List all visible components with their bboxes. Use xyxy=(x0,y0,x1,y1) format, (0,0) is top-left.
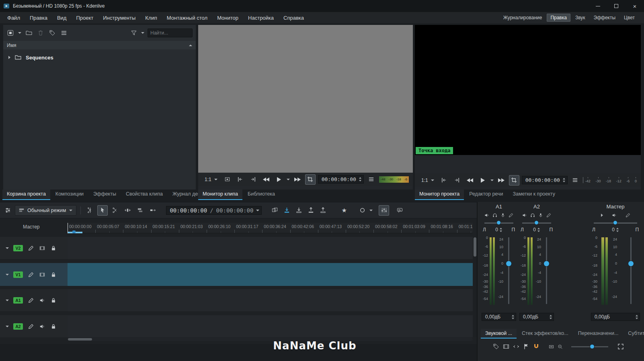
edit-pencil-icon[interactable] xyxy=(27,271,34,278)
rewind-button[interactable] xyxy=(261,174,271,185)
lift-zone-icon[interactable] xyxy=(318,205,328,216)
spacer-tool-button[interactable] xyxy=(122,205,133,216)
tab[interactable]: Субтитры xyxy=(623,329,644,339)
bin-column-header[interactable]: Имя xyxy=(3,41,196,49)
record-mic-icon[interactable] xyxy=(500,213,505,218)
menu-item[interactable]: Монтажный стол xyxy=(162,13,212,22)
minimize-button[interactable] xyxy=(589,0,607,12)
fast-forward-button[interactable] xyxy=(496,175,507,186)
monitor-menu-icon[interactable] xyxy=(570,175,580,186)
menu-item[interactable]: Проект xyxy=(71,13,98,22)
project-monitor-display[interactable]: Точка входа xyxy=(415,25,641,155)
selection-tool-button[interactable] xyxy=(97,205,108,216)
add-clip-chevron-icon[interactable] xyxy=(18,32,21,34)
create-folder-icon[interactable] xyxy=(25,29,33,37)
menu-item[interactable]: Правка xyxy=(25,13,52,22)
timeline-vertical-scrollbar[interactable] xyxy=(473,237,477,337)
layout-button[interactable]: Эффекты xyxy=(590,14,619,22)
play-button[interactable] xyxy=(274,174,284,185)
monitor-zoom-select[interactable]: 1:1 xyxy=(202,176,220,183)
set-out-point-icon[interactable] xyxy=(452,175,462,186)
menu-item[interactable]: Клип xyxy=(140,13,162,22)
audio-track-icon[interactable] xyxy=(39,323,45,330)
track-tag[interactable]: A2 xyxy=(13,323,23,330)
bin-search-input[interactable] xyxy=(148,29,193,37)
collapse-track-icon[interactable] xyxy=(6,326,9,327)
tab[interactable]: Звуковой ... xyxy=(481,329,517,339)
overwrite-zone-icon[interactable] xyxy=(293,205,304,216)
list-item[interactable]: Sequences xyxy=(3,53,196,62)
add-clip-icon[interactable] xyxy=(6,29,14,37)
tab[interactable]: Композиции xyxy=(51,190,88,200)
track-lane-a1[interactable] xyxy=(68,289,473,311)
play-options-chevron-icon[interactable] xyxy=(287,179,290,180)
tag-icon[interactable] xyxy=(48,29,56,37)
razor-tool-button[interactable] xyxy=(110,205,120,216)
balance-spinbox[interactable]: 0 xyxy=(533,227,540,233)
fast-forward-button[interactable] xyxy=(292,174,303,185)
balance-spinbox[interactable]: 0 xyxy=(495,227,502,233)
favorite-effects-star-icon[interactable]: ★ xyxy=(339,205,349,216)
track-header-a1[interactable]: A1 xyxy=(0,289,68,311)
cut-all-tracks-icon[interactable] xyxy=(85,205,95,216)
zone-display-icon[interactable] xyxy=(222,174,233,185)
track-tag[interactable]: A1 xyxy=(13,297,23,304)
extract-zone-icon[interactable] xyxy=(306,205,316,216)
tab[interactable]: Эффекты xyxy=(89,190,121,200)
layout-button[interactable]: Правка xyxy=(547,14,570,22)
menu-item[interactable]: Вид xyxy=(52,13,72,22)
clip-monitor-timecode[interactable]: 00:00:00:00 xyxy=(318,175,364,184)
insert-zone-icon[interactable] xyxy=(281,205,292,216)
playhead[interactable] xyxy=(68,223,68,233)
pan-slider[interactable] xyxy=(594,220,637,226)
track-header-v2[interactable]: V2 xyxy=(0,237,68,259)
record-mic-icon[interactable] xyxy=(538,213,543,218)
edit-mode-select[interactable]: Обычный режим xyxy=(15,205,76,216)
menu-item[interactable]: Инструменты xyxy=(98,13,140,22)
tab[interactable]: Переназначени... xyxy=(574,329,623,339)
delete-icon[interactable] xyxy=(37,29,45,37)
track-tag[interactable]: V1 xyxy=(13,271,23,278)
timeline-master-button[interactable]: Мастер xyxy=(23,224,40,230)
pan-slider[interactable] xyxy=(522,220,551,226)
layout-button[interactable]: Звук xyxy=(572,14,589,22)
menu-item[interactable]: Файл xyxy=(2,13,25,22)
slip-tool-button[interactable] xyxy=(135,205,145,216)
pan-slider[interactable] xyxy=(484,220,513,226)
video-track-icon[interactable] xyxy=(39,271,45,278)
subtitles-button[interactable] xyxy=(394,205,405,216)
track-header-a2[interactable]: A2 xyxy=(0,315,68,337)
tab[interactable]: Библиотека xyxy=(243,190,279,200)
titlebar[interactable]: Безымянный / HD 1080p 25 fps - Kdenlive … xyxy=(0,0,644,12)
timeline-settings-icon[interactable] xyxy=(2,205,13,216)
collapse-track-icon[interactable] xyxy=(6,300,9,301)
filter-chevron-icon[interactable] xyxy=(141,32,144,34)
lock-track-icon[interactable] xyxy=(50,297,57,304)
balance-spinbox[interactable]: 0 xyxy=(612,227,619,233)
volume-fader[interactable] xyxy=(543,236,550,307)
maximize-button[interactable] xyxy=(607,0,626,12)
tab[interactable]: Корзина проекта xyxy=(2,190,50,200)
menu-item[interactable]: Настройка xyxy=(243,13,279,22)
audio-track-icon[interactable] xyxy=(39,297,45,304)
layout-button[interactable]: Журналирование xyxy=(500,14,546,22)
play-button[interactable] xyxy=(478,175,488,186)
video-track-icon[interactable] xyxy=(39,245,45,251)
set-in-point-icon[interactable] xyxy=(439,175,449,186)
effects-pencil-icon[interactable] xyxy=(546,213,551,218)
tab[interactable]: Заметки к проекту xyxy=(508,190,560,200)
track-lane-v2[interactable] xyxy=(68,237,473,259)
set-in-point-icon[interactable] xyxy=(235,174,246,185)
layout-button[interactable]: Цвет xyxy=(620,14,638,22)
tab[interactable]: Стек эффектов/ко... xyxy=(517,329,573,339)
lock-track-icon[interactable] xyxy=(50,323,57,330)
tab[interactable]: Свойства клипа xyxy=(121,190,167,200)
close-button[interactable]: × xyxy=(626,0,644,12)
solo-headphones-icon[interactable] xyxy=(492,213,497,218)
menu-item[interactable]: Справка xyxy=(279,13,309,22)
rewind-button[interactable] xyxy=(465,175,475,186)
timeline-ruler[interactable]: 00:00:00:0000:00:05:0700:00:10:1400:00:1… xyxy=(68,223,473,233)
edit-pencil-icon[interactable] xyxy=(27,297,34,304)
zone-handle[interactable] xyxy=(72,230,76,233)
tab[interactable]: Монитор проекта xyxy=(415,190,464,200)
